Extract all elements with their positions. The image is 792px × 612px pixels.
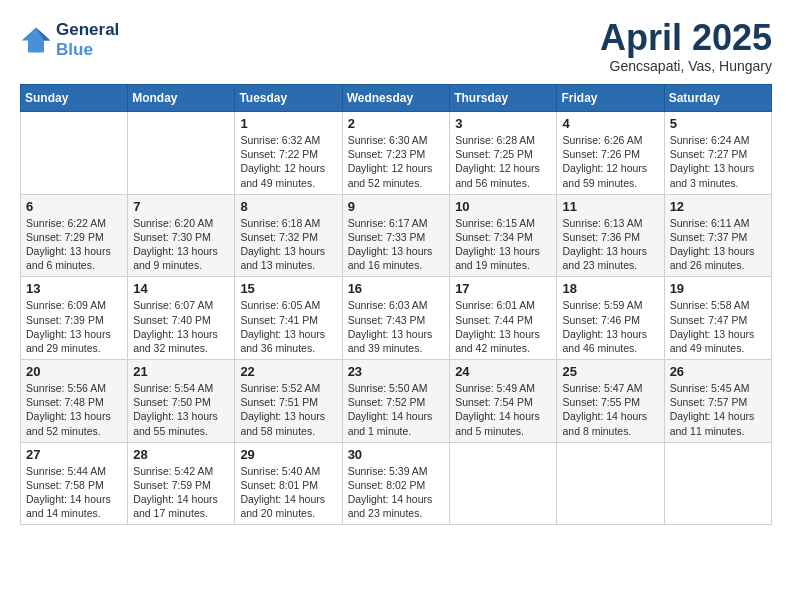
weekday-header-thursday: Thursday — [450, 85, 557, 112]
day-number: 2 — [348, 116, 445, 131]
day-number: 3 — [455, 116, 551, 131]
calendar-cell: 27Sunrise: 5:44 AMSunset: 7:58 PMDayligh… — [21, 442, 128, 525]
day-info: Sunrise: 5:39 AMSunset: 8:02 PMDaylight:… — [348, 464, 445, 521]
calendar-cell: 6Sunrise: 6:22 AMSunset: 7:29 PMDaylight… — [21, 194, 128, 277]
calendar-cell: 22Sunrise: 5:52 AMSunset: 7:51 PMDayligh… — [235, 360, 342, 443]
calendar-cell: 23Sunrise: 5:50 AMSunset: 7:52 PMDayligh… — [342, 360, 450, 443]
day-number: 25 — [562, 364, 658, 379]
day-number: 5 — [670, 116, 766, 131]
weekday-header-monday: Monday — [128, 85, 235, 112]
calendar-cell: 9Sunrise: 6:17 AMSunset: 7:33 PMDaylight… — [342, 194, 450, 277]
calendar-week-4: 20Sunrise: 5:56 AMSunset: 7:48 PMDayligh… — [21, 360, 772, 443]
day-number: 12 — [670, 199, 766, 214]
calendar-cell: 24Sunrise: 5:49 AMSunset: 7:54 PMDayligh… — [450, 360, 557, 443]
logo-text: General Blue — [56, 20, 119, 60]
day-number: 4 — [562, 116, 658, 131]
day-number: 28 — [133, 447, 229, 462]
day-number: 17 — [455, 281, 551, 296]
calendar-cell — [21, 112, 128, 195]
location: Gencsapati, Vas, Hungary — [600, 58, 772, 74]
day-number: 24 — [455, 364, 551, 379]
day-info: Sunrise: 6:05 AMSunset: 7:41 PMDaylight:… — [240, 298, 336, 355]
calendar-cell: 4Sunrise: 6:26 AMSunset: 7:26 PMDaylight… — [557, 112, 664, 195]
day-info: Sunrise: 5:50 AMSunset: 7:52 PMDaylight:… — [348, 381, 445, 438]
day-number: 11 — [562, 199, 658, 214]
day-number: 9 — [348, 199, 445, 214]
day-info: Sunrise: 6:30 AMSunset: 7:23 PMDaylight:… — [348, 133, 445, 190]
day-info: Sunrise: 6:28 AMSunset: 7:25 PMDaylight:… — [455, 133, 551, 190]
calendar-cell — [557, 442, 664, 525]
day-info: Sunrise: 5:59 AMSunset: 7:46 PMDaylight:… — [562, 298, 658, 355]
day-info: Sunrise: 5:44 AMSunset: 7:58 PMDaylight:… — [26, 464, 122, 521]
day-info: Sunrise: 5:47 AMSunset: 7:55 PMDaylight:… — [562, 381, 658, 438]
day-info: Sunrise: 6:24 AMSunset: 7:27 PMDaylight:… — [670, 133, 766, 190]
day-info: Sunrise: 5:45 AMSunset: 7:57 PMDaylight:… — [670, 381, 766, 438]
day-number: 13 — [26, 281, 122, 296]
calendar-cell: 19Sunrise: 5:58 AMSunset: 7:47 PMDayligh… — [664, 277, 771, 360]
day-number: 1 — [240, 116, 336, 131]
calendar-cell — [128, 112, 235, 195]
calendar-cell: 8Sunrise: 6:18 AMSunset: 7:32 PMDaylight… — [235, 194, 342, 277]
day-number: 19 — [670, 281, 766, 296]
day-info: Sunrise: 5:54 AMSunset: 7:50 PMDaylight:… — [133, 381, 229, 438]
day-info: Sunrise: 5:42 AMSunset: 7:59 PMDaylight:… — [133, 464, 229, 521]
calendar-week-1: 1Sunrise: 6:32 AMSunset: 7:22 PMDaylight… — [21, 112, 772, 195]
calendar-cell: 20Sunrise: 5:56 AMSunset: 7:48 PMDayligh… — [21, 360, 128, 443]
day-info: Sunrise: 6:15 AMSunset: 7:34 PMDaylight:… — [455, 216, 551, 273]
day-info: Sunrise: 5:56 AMSunset: 7:48 PMDaylight:… — [26, 381, 122, 438]
month-title: April 2025 — [600, 20, 772, 56]
weekday-header-saturday: Saturday — [664, 85, 771, 112]
page-header: General Blue April 2025 Gencsapati, Vas,… — [20, 20, 772, 74]
calendar-cell — [450, 442, 557, 525]
day-number: 10 — [455, 199, 551, 214]
calendar-week-2: 6Sunrise: 6:22 AMSunset: 7:29 PMDaylight… — [21, 194, 772, 277]
calendar-week-3: 13Sunrise: 6:09 AMSunset: 7:39 PMDayligh… — [21, 277, 772, 360]
calendar-cell: 29Sunrise: 5:40 AMSunset: 8:01 PMDayligh… — [235, 442, 342, 525]
day-info: Sunrise: 6:11 AMSunset: 7:37 PMDaylight:… — [670, 216, 766, 273]
day-info: Sunrise: 6:09 AMSunset: 7:39 PMDaylight:… — [26, 298, 122, 355]
calendar-cell: 11Sunrise: 6:13 AMSunset: 7:36 PMDayligh… — [557, 194, 664, 277]
weekday-header-sunday: Sunday — [21, 85, 128, 112]
calendar-cell: 21Sunrise: 5:54 AMSunset: 7:50 PMDayligh… — [128, 360, 235, 443]
day-number: 22 — [240, 364, 336, 379]
weekday-header-friday: Friday — [557, 85, 664, 112]
day-number: 18 — [562, 281, 658, 296]
day-number: 8 — [240, 199, 336, 214]
calendar-cell: 28Sunrise: 5:42 AMSunset: 7:59 PMDayligh… — [128, 442, 235, 525]
day-number: 14 — [133, 281, 229, 296]
day-number: 7 — [133, 199, 229, 214]
calendar-cell — [664, 442, 771, 525]
weekday-header-tuesday: Tuesday — [235, 85, 342, 112]
calendar-cell: 30Sunrise: 5:39 AMSunset: 8:02 PMDayligh… — [342, 442, 450, 525]
calendar-cell: 5Sunrise: 6:24 AMSunset: 7:27 PMDaylight… — [664, 112, 771, 195]
calendar-cell: 12Sunrise: 6:11 AMSunset: 7:37 PMDayligh… — [664, 194, 771, 277]
calendar-cell: 17Sunrise: 6:01 AMSunset: 7:44 PMDayligh… — [450, 277, 557, 360]
calendar-cell: 2Sunrise: 6:30 AMSunset: 7:23 PMDaylight… — [342, 112, 450, 195]
day-info: Sunrise: 5:58 AMSunset: 7:47 PMDaylight:… — [670, 298, 766, 355]
logo-icon — [20, 26, 52, 54]
calendar-cell: 16Sunrise: 6:03 AMSunset: 7:43 PMDayligh… — [342, 277, 450, 360]
day-info: Sunrise: 6:32 AMSunset: 7:22 PMDaylight:… — [240, 133, 336, 190]
day-info: Sunrise: 6:01 AMSunset: 7:44 PMDaylight:… — [455, 298, 551, 355]
day-number: 6 — [26, 199, 122, 214]
calendar-cell: 25Sunrise: 5:47 AMSunset: 7:55 PMDayligh… — [557, 360, 664, 443]
day-info: Sunrise: 5:52 AMSunset: 7:51 PMDaylight:… — [240, 381, 336, 438]
day-info: Sunrise: 6:13 AMSunset: 7:36 PMDaylight:… — [562, 216, 658, 273]
day-info: Sunrise: 6:17 AMSunset: 7:33 PMDaylight:… — [348, 216, 445, 273]
weekday-header-wednesday: Wednesday — [342, 85, 450, 112]
weekday-header-row: SundayMondayTuesdayWednesdayThursdayFrid… — [21, 85, 772, 112]
calendar-cell: 10Sunrise: 6:15 AMSunset: 7:34 PMDayligh… — [450, 194, 557, 277]
calendar-cell: 14Sunrise: 6:07 AMSunset: 7:40 PMDayligh… — [128, 277, 235, 360]
day-info: Sunrise: 6:20 AMSunset: 7:30 PMDaylight:… — [133, 216, 229, 273]
calendar-cell: 7Sunrise: 6:20 AMSunset: 7:30 PMDaylight… — [128, 194, 235, 277]
calendar-cell: 26Sunrise: 5:45 AMSunset: 7:57 PMDayligh… — [664, 360, 771, 443]
day-info: Sunrise: 6:26 AMSunset: 7:26 PMDaylight:… — [562, 133, 658, 190]
calendar-cell: 13Sunrise: 6:09 AMSunset: 7:39 PMDayligh… — [21, 277, 128, 360]
day-number: 15 — [240, 281, 336, 296]
day-number: 30 — [348, 447, 445, 462]
calendar-cell: 15Sunrise: 6:05 AMSunset: 7:41 PMDayligh… — [235, 277, 342, 360]
day-number: 21 — [133, 364, 229, 379]
day-info: Sunrise: 6:22 AMSunset: 7:29 PMDaylight:… — [26, 216, 122, 273]
day-number: 26 — [670, 364, 766, 379]
day-number: 20 — [26, 364, 122, 379]
